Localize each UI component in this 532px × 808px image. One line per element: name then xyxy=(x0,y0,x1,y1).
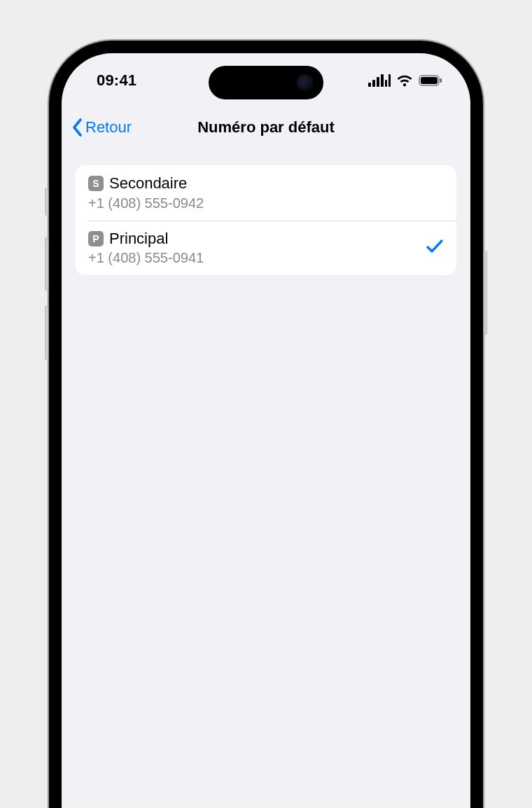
nav-bar: Retour Numéro par défaut xyxy=(62,108,470,147)
svg-rect-3 xyxy=(381,74,384,87)
line-number: +1 (408) 555-0942 xyxy=(88,195,444,212)
content: S Secondaire +1 (408) 555-0942 P Princip… xyxy=(62,147,470,275)
chevron-left-icon xyxy=(71,118,84,137)
wifi-icon xyxy=(396,74,413,87)
back-label: Retour xyxy=(85,118,132,137)
svg-rect-8 xyxy=(440,78,442,83)
status-time: 09:41 xyxy=(97,71,136,90)
svg-rect-5 xyxy=(388,74,391,87)
line-label: Principal xyxy=(109,229,419,249)
status-indicators xyxy=(368,74,442,87)
silence-switch xyxy=(45,188,48,216)
svg-rect-0 xyxy=(368,83,371,87)
svg-rect-1 xyxy=(372,80,375,87)
power-button xyxy=(484,251,487,335)
svg-rect-2 xyxy=(377,77,379,87)
volume-up-button xyxy=(45,237,48,291)
line-text: Principal +1 (408) 555-0941 xyxy=(109,229,419,267)
line-text: Secondaire +1 (408) 555-0942 xyxy=(109,174,444,212)
battery-icon xyxy=(419,75,442,86)
phone-frame: 09:41 xyxy=(49,41,483,808)
line-badge-icon: S xyxy=(88,176,104,191)
screen: 09:41 xyxy=(62,53,470,808)
line-row-secondaire[interactable]: S Secondaire +1 (408) 555-0942 xyxy=(76,165,456,221)
dual-sim-signal-icon xyxy=(368,74,391,87)
line-badge-icon: P xyxy=(88,231,104,246)
line-number: +1 (408) 555-0941 xyxy=(88,249,419,267)
svg-rect-7 xyxy=(421,77,438,84)
line-row-principal[interactable]: P Principal +1 (408) 555-0941 xyxy=(76,221,456,276)
line-label: Secondaire xyxy=(109,174,444,193)
volume-down-button xyxy=(45,305,48,360)
svg-rect-4 xyxy=(385,80,387,87)
lines-list: S Secondaire +1 (408) 555-0942 P Princip… xyxy=(76,165,456,275)
back-button[interactable]: Retour xyxy=(71,118,132,137)
dynamic-island xyxy=(209,66,323,99)
checkmark-icon xyxy=(426,238,444,258)
